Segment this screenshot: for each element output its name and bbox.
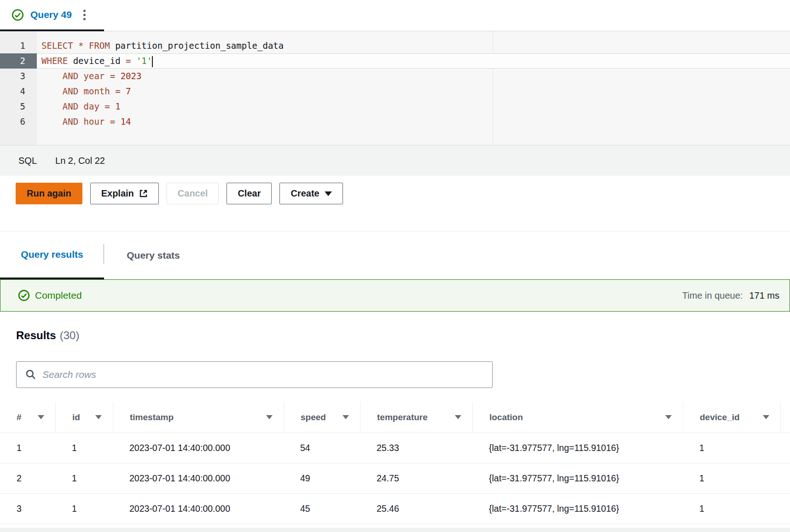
code-token: [78, 71, 83, 81]
code-token: 1: [115, 101, 120, 111]
tab-options-kebab-icon[interactable]: [81, 8, 87, 22]
table-column-header[interactable]: temperature: [360, 402, 472, 433]
code-token: AND: [63, 86, 78, 96]
table-cell: 1: [55, 494, 113, 524]
code-token: 7: [126, 86, 131, 96]
table-column-header[interactable]: device_id: [683, 402, 781, 433]
table-row: 112023-07-01 14:40:00.0005425.33{lat=-31…: [0, 433, 790, 463]
code-token: month: [84, 86, 110, 96]
query-actions-toolbar: Run again Explain Cancel Clear Create: [0, 176, 790, 231]
table-cell: {lat=-31.977577, lng=115.91016}: [472, 463, 683, 493]
code-token: partition_projection_sample_data: [115, 40, 284, 51]
tab-query-results[interactable]: Query results: [0, 231, 104, 279]
table-column-header[interactable]: speed: [284, 402, 360, 433]
run-again-label: Run again: [27, 188, 71, 199]
explain-button[interactable]: Explain: [90, 183, 159, 204]
table-cell: 1: [683, 463, 781, 493]
editor-gutter: 1 2 3 4 5 6: [0, 31, 37, 145]
sql-editor[interactable]: 1 2 3 4 5 6 SELECT * FROM partition_proj…: [0, 31, 790, 145]
search-rows-input[interactable]: [42, 369, 486, 380]
code-token: [78, 116, 83, 127]
filter-caret-icon[interactable]: [266, 415, 273, 419]
search-rows-box: [16, 361, 493, 388]
table-cell: {lat=-31.977577, lng=115.91016}: [472, 433, 683, 463]
code-token: day: [84, 101, 99, 111]
code-token: [78, 86, 83, 96]
results-panel: Results(30) # id: [0, 312, 790, 532]
column-header-label: #: [17, 412, 22, 422]
editor-language-label: SQL: [18, 156, 37, 166]
results-table: # id timestamp speed: [0, 402, 790, 524]
code-token: FROM: [89, 40, 115, 51]
table-cell: 2023-07-01 14:40:00.000: [113, 494, 284, 524]
editor-code-area[interactable]: SELECT * FROM partition_projection_sampl…: [37, 31, 790, 145]
status-badge: Completed: [35, 290, 82, 301]
create-label: Create: [290, 188, 319, 199]
filter-caret-icon[interactable]: [455, 415, 461, 419]
run-again-button[interactable]: Run again: [16, 183, 82, 204]
results-heading: Results(30): [16, 329, 79, 342]
filter-caret-icon[interactable]: [95, 415, 102, 419]
code-line: AND day = 1: [37, 99, 790, 114]
code-token: AND: [63, 116, 78, 127]
filter-caret-icon[interactable]: [343, 415, 349, 419]
code-token: 2023: [121, 71, 142, 81]
code-token: [78, 101, 83, 111]
code-token: =: [105, 71, 120, 81]
clear-button[interactable]: Clear: [227, 183, 272, 204]
filter-caret-icon[interactable]: [38, 415, 44, 419]
table-cell: 24.75: [360, 463, 472, 493]
code-line: AND year = 2023: [37, 69, 790, 84]
table-cell: 54: [284, 433, 360, 463]
table-cell: 2023-07-01 14:40:00.000: [113, 433, 284, 463]
code-token: AND: [63, 71, 78, 81]
filter-caret-icon[interactable]: [763, 415, 769, 419]
table-column-header[interactable]: timestamp: [113, 402, 284, 433]
code-token: [41, 101, 63, 111]
table-cell: 25.33: [360, 433, 472, 463]
external-link-icon: [139, 189, 148, 198]
table-cell: {lat=-31.977577, lng=115.91016}: [472, 494, 683, 524]
create-button[interactable]: Create: [279, 183, 343, 204]
column-header-label: temperature: [377, 412, 428, 422]
code-token: *: [78, 40, 89, 51]
line-number: 4: [0, 84, 37, 99]
line-number: 3: [0, 69, 37, 84]
completed-check-icon: [18, 289, 30, 301]
horizontal-scrollbar-track[interactable]: [0, 528, 790, 532]
code-token: 14: [121, 116, 131, 127]
table-row: 312023-07-01 14:40:00.0004525.46{lat=-31…: [0, 494, 790, 524]
code-token: AND: [63, 101, 78, 111]
table-cell: 1: [683, 494, 781, 524]
table-cell: 3: [0, 494, 55, 524]
code-token: SELECT: [41, 40, 78, 51]
filter-caret-icon[interactable]: [665, 415, 672, 419]
text-cursor: [152, 56, 153, 67]
table-row: 212023-07-01 14:40:00.0004924.75{lat=-31…: [0, 463, 790, 494]
table-cell: 1: [55, 463, 113, 493]
tab-query-stats[interactable]: Query stats: [104, 231, 203, 279]
query-tab[interactable]: Query 49: [0, 0, 104, 31]
results-title: Results: [16, 329, 56, 341]
table-cell: 49: [284, 463, 360, 493]
tab-query-results-label: Query results: [21, 249, 83, 260]
results-tab-bar: Query results Query stats: [0, 231, 790, 279]
line-number: 1: [0, 38, 37, 53]
table-cell: 25.46: [360, 494, 472, 524]
column-header-label: id: [72, 412, 80, 422]
table-column-header[interactable]: id: [55, 402, 113, 433]
cancel-button[interactable]: Cancel: [167, 183, 219, 204]
line-number-active: 2: [0, 53, 37, 69]
table-cell: 1: [0, 433, 55, 463]
table-column-header[interactable]: location: [472, 402, 683, 433]
table-cell: 1: [55, 433, 113, 463]
table-cell: 2: [0, 463, 55, 493]
table-cell: 2023-07-01 14:40:00.000: [113, 463, 284, 493]
time-in-queue-value: 171 ms: [749, 290, 779, 301]
column-header-label: device_id: [700, 412, 740, 422]
code-line-active: WHERE device_id = '1': [37, 53, 790, 69]
line-number: 6: [0, 114, 37, 129]
table-column-header[interactable]: #: [0, 402, 55, 433]
query-tab-title: Query 49: [30, 9, 72, 20]
table-cell: 45: [284, 494, 360, 524]
